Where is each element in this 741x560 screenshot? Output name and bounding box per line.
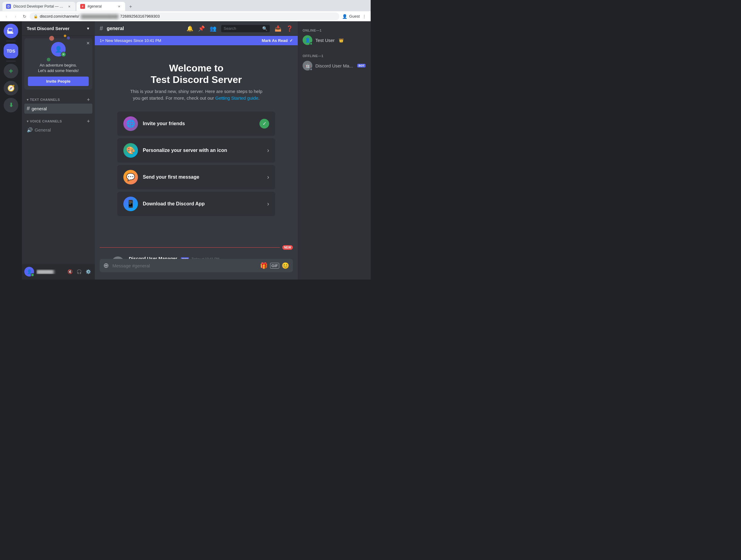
channel-general[interactable]: # general 👤+ ⚙ (24, 104, 92, 114)
tab-general[interactable]: # #general ✕ (77, 2, 125, 11)
address-bar[interactable]: 🔒 discord.com/channels/ ▓▓▓▓▓▓▓▓▓▓▓▓▓ 72… (30, 12, 339, 20)
reload-button[interactable]: ↻ (21, 12, 28, 20)
getting-started-link[interactable]: Getting Started guide (215, 96, 259, 101)
gift-icon[interactable]: 🎁 (260, 262, 268, 269)
text-channels-section: ▾ TEXT CHANNELS + # general 👤+ ⚙ (22, 92, 95, 114)
voice-chevron-icon: ▾ (27, 119, 29, 123)
member-test-user[interactable]: 👤 Test User 👑 (300, 34, 368, 47)
invite-people-button[interactable]: Invite People (28, 76, 89, 86)
server-tds-icon[interactable]: TDS (4, 44, 18, 58)
checklist-item-personalize[interactable]: 🎨 Personalize your server with an icon › (117, 138, 275, 163)
discover-button[interactable]: 🧭 (4, 81, 18, 96)
tab-discord-dev[interactable]: D Discord Developer Portal — My / ✕ (2, 2, 75, 11)
new-messages-text: 1+ New Messages Since 10:41 PM (99, 38, 161, 43)
checklist: 🌐 Invite your friends ✓ 🎨 Personalize yo… (117, 112, 275, 216)
checklist-item-message[interactable]: 💬 Send your first message › (117, 165, 275, 189)
invite-banner: ✕ 👤 + An adventure begins. Let's add som… (24, 38, 92, 89)
add-voice-channel-button[interactable]: + (87, 119, 90, 124)
section-chevron-icon: ▾ (27, 98, 29, 102)
members-icon[interactable]: 👥 (210, 25, 216, 32)
server-list: TDS + 🧭 ⬇ (0, 21, 22, 279)
voice-channel-general[interactable]: 🔊 General (24, 125, 92, 135)
server-name: Test Discord Server (27, 26, 70, 31)
online-members-header: ONLINE—1 (300, 26, 368, 34)
emoji-icon[interactable]: 😊 (282, 262, 289, 269)
user-controls: 🔇 🎧 ⚙️ (66, 267, 92, 276)
message-chevron-icon: › (267, 174, 269, 181)
message-input-actions: 🎁 GIF 😊 (260, 262, 289, 269)
headset-button[interactable]: 🎧 (75, 267, 83, 276)
channel-hash-icon: # (27, 106, 30, 112)
invite-check-icon: ✓ (260, 119, 269, 129)
header-actions: 🔔 📌 👥 Search 🔍 📥 ❓ (187, 25, 293, 32)
invite-friends-icon: 🌐 (123, 116, 138, 131)
voice-speaker-icon: 🔊 (27, 127, 33, 133)
mute-button[interactable]: 🔇 (66, 267, 74, 276)
message-avatar-bot[interactable]: 🤖 (112, 256, 124, 259)
channel-header: # general 🔔 📌 👥 Search 🔍 📥 ❓ (95, 21, 298, 36)
voice-channels-label: VOICE CHANNELS (30, 119, 62, 123)
download-app-label: Download the Discord App (143, 201, 262, 207)
new-messages-banner[interactable]: 1+ New Messages Since 10:41 PM Mark As R… (95, 36, 298, 45)
mark-as-read-button[interactable]: Mark As Read ✓ (262, 38, 293, 43)
voice-channels-section: ▾ VOICE CHANNELS + 🔊 General (22, 114, 95, 135)
invite-avatar-plus-icon: + (61, 52, 66, 57)
message-input[interactable] (113, 260, 256, 272)
download-app-icon: 📱 (123, 197, 138, 211)
channel-header-name: general (107, 26, 124, 31)
forward-button[interactable]: › (11, 12, 19, 20)
server-divider (6, 41, 16, 41)
bell-icon[interactable]: 🔔 (187, 25, 193, 32)
help-icon[interactable]: ❓ (286, 25, 293, 32)
member-avatar-test-user: 👤 (302, 35, 312, 45)
message-header-1: Discord User Manager BOT Today at 10:41 … (129, 256, 293, 259)
address-text: discord.com/channels/ (40, 14, 79, 18)
user-settings-button[interactable]: ⚙️ (84, 267, 92, 276)
checklist-item-download[interactable]: 📱 Download the Discord App › (117, 192, 275, 216)
user-info: ▓▓▓▓▓▓ (37, 269, 63, 274)
voice-channels-header[interactable]: ▾ VOICE CHANNELS + (24, 114, 92, 125)
invite-banner-close-button[interactable]: ✕ (86, 41, 90, 46)
new-tab-button[interactable]: + (126, 2, 135, 11)
gif-icon[interactable]: GIF (270, 263, 279, 268)
download-button[interactable]: ⬇ (4, 98, 18, 112)
server-header[interactable]: Test Discord Server ▼ (22, 21, 95, 36)
address-channel-id: 726892563167969303 (120, 14, 160, 18)
add-text-channel-button[interactable]: + (87, 97, 90, 103)
address-lock-icon: 🔒 (33, 14, 38, 18)
user-avatar[interactable]: 👤 (24, 267, 34, 276)
search-placeholder: Search (223, 26, 261, 31)
pin-icon[interactable]: 📌 (198, 25, 205, 32)
back-button[interactable]: ‹ (2, 12, 10, 20)
online-status-dot (310, 42, 313, 45)
offline-status-dot (310, 68, 313, 71)
tab-close-discord-dev[interactable]: ✕ (67, 4, 72, 9)
welcome-section: Welcome to Test Discord Server This is y… (95, 50, 298, 240)
main-content: # general 🔔 📌 👥 Search 🔍 📥 ❓ 1+ New Mess… (95, 21, 298, 279)
crown-icon: 👑 (339, 38, 344, 43)
header-search[interactable]: Search 🔍 (221, 25, 270, 32)
discord-home-button[interactable] (4, 24, 18, 38)
message-author-1[interactable]: Discord User Manager (129, 256, 177, 259)
invite-banner-text: An adventure begins. Let's add some frie… (28, 63, 89, 73)
menu-icon[interactable]: ⋮ (360, 12, 368, 20)
messages-area[interactable]: Welcome to Test Discord Server This is y… (95, 45, 298, 259)
user-bar: 👤 ▓▓▓▓▓▓ 🔇 🎧 ⚙️ (22, 264, 95, 279)
text-channels-header[interactable]: ▾ TEXT CHANNELS + (24, 92, 92, 104)
channel-general-name: general (31, 106, 90, 111)
message-add-icon[interactable]: ⊕ (103, 262, 109, 269)
add-server-button[interactable]: + (4, 64, 18, 78)
checklist-item-invite[interactable]: 🌐 Invite your friends ✓ (117, 112, 275, 136)
user-status-dot (31, 273, 34, 277)
welcome-title: Welcome to Test Discord Server (151, 62, 242, 86)
mark-read-icon: ✓ (289, 38, 293, 43)
search-icon: 🔍 (262, 26, 267, 31)
first-message-icon: 💬 (123, 170, 138, 184)
inbox-icon[interactable]: 📥 (275, 25, 281, 32)
member-discord-user-manager[interactable]: 🤖 Discord User Ma... BOT (300, 59, 368, 72)
chevron-down-icon: ▼ (86, 26, 90, 31)
download-chevron-icon: › (267, 200, 269, 207)
tab-close-general[interactable]: ✕ (117, 4, 122, 9)
offline-members-header: OFFLINE—1 (300, 52, 368, 59)
account-icon[interactable]: 👤 (341, 12, 348, 20)
